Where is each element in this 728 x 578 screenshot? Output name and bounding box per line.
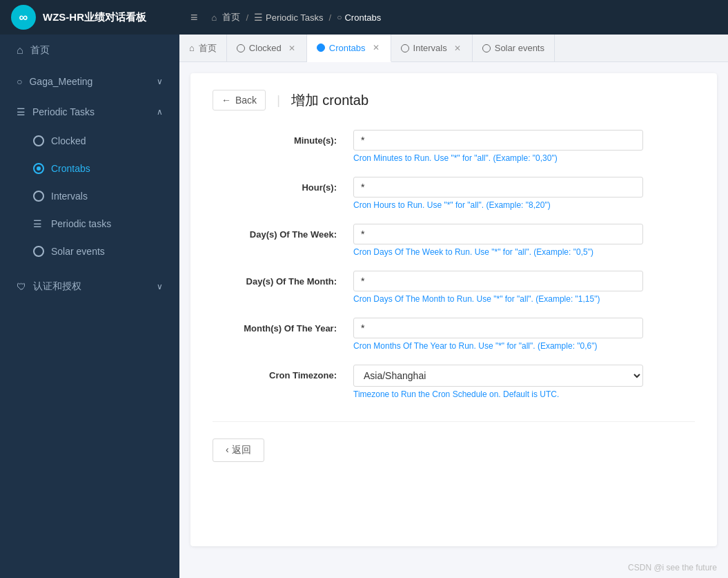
field-input-3[interactable] bbox=[353, 271, 643, 291]
crontabs-dot-icon bbox=[33, 163, 44, 174]
sidebar-item-periodic-tasks[interactable]: ☰ Periodic Tasks ∧ bbox=[0, 97, 179, 127]
breadcrumb-crontabs: Crontabs bbox=[344, 12, 381, 23]
sidebar-solar-events-label: Solar events bbox=[51, 246, 105, 257]
field-label-3: Day(s) Of The Month: bbox=[213, 271, 337, 287]
clocked-dot-icon bbox=[33, 135, 44, 146]
back-button-label: Back bbox=[235, 95, 257, 106]
field-container-2: Cron Days Of The Week to Run. Use "*" fo… bbox=[353, 224, 643, 257]
field-label-0: Minute(s): bbox=[213, 130, 337, 146]
field-container-3: Cron Days Of The Month to Run. Use "*" f… bbox=[353, 271, 643, 304]
intervals-dot-icon bbox=[33, 191, 44, 202]
tab-solar-label: Solar events bbox=[495, 43, 544, 53]
sidebar-home-label: 首页 bbox=[30, 44, 50, 57]
main-layout: ⌂ 首页 ○ Gaga_Meeting ∨ ☰ Periodic Tasks ∧… bbox=[0, 35, 728, 578]
field-input-2[interactable] bbox=[353, 224, 643, 244]
tab-home-label: 首页 bbox=[199, 42, 217, 55]
sidebar: ⌂ 首页 ○ Gaga_Meeting ∨ ☰ Periodic Tasks ∧… bbox=[0, 35, 179, 578]
sidebar-item-periodic-tasks-sub[interactable]: ☰ Periodic tasks bbox=[0, 210, 179, 238]
field-hint-0: Cron Minutes to Run. Use "*" for "all". … bbox=[353, 153, 643, 163]
tab-intervals-close[interactable]: ✕ bbox=[453, 42, 462, 55]
sidebar-intervals-label: Intervals bbox=[51, 191, 88, 202]
tab-clocked[interactable]: Clocked ✕ bbox=[227, 35, 307, 61]
form-footer: ‹ 返回 bbox=[213, 421, 695, 462]
tab-intervals[interactable]: Intervals ✕ bbox=[391, 35, 473, 61]
app-title: WZS-HR业绩对话看板 bbox=[43, 11, 146, 24]
return-button[interactable]: ‹ 返回 bbox=[213, 439, 264, 462]
tab-crontabs-label: Crontabs bbox=[329, 43, 366, 53]
sidebar-periodic-tasks-label: Periodic Tasks bbox=[32, 106, 95, 117]
form-row-4: Month(s) Of The Year:Cron Months Of The … bbox=[213, 318, 695, 351]
form-row-2: Day(s) Of The Week:Cron Days Of The Week… bbox=[213, 224, 695, 257]
content-area: ⌂ 首页 Clocked ✕ Crontabs ✕ Intervals ✕ bbox=[179, 35, 728, 578]
tab-clocked-close[interactable]: ✕ bbox=[287, 42, 297, 55]
tab-clocked-label: Clocked bbox=[249, 43, 282, 53]
form-fields: Minute(s):Cron Minutes to Run. Use "*" f… bbox=[213, 130, 695, 351]
watermark: CSDN @i see the future bbox=[179, 557, 728, 578]
field-hint-1: Cron Hours to Run. Use "*" for "all". (E… bbox=[353, 200, 643, 210]
back-bar: ← Back | 增加 crontab bbox=[213, 90, 695, 110]
tab-clocked-dot bbox=[237, 44, 245, 52]
timezone-select[interactable]: Asia/ShanghaiUTCAsia/TokyoAmerica/New_Yo… bbox=[353, 365, 643, 387]
field-input-4[interactable] bbox=[353, 318, 643, 338]
field-container-1: Cron Hours to Run. Use "*" for "all". (E… bbox=[353, 177, 643, 210]
field-label-4: Month(s) Of The Year: bbox=[213, 318, 337, 334]
breadcrumb-sep2: / bbox=[329, 12, 332, 23]
sidebar-item-intervals[interactable]: Intervals bbox=[0, 182, 179, 210]
field-container-0: Cron Minutes to Run. Use "*" for "all". … bbox=[353, 130, 643, 163]
field-hint-4: Cron Months Of The Year to Run. Use "*" … bbox=[353, 341, 643, 351]
periodic-tasks-arrow-icon: ∧ bbox=[157, 107, 163, 117]
sidebar-item-crontabs[interactable]: Crontabs bbox=[0, 155, 179, 182]
sidebar-gaga-label: Gaga_Meeting bbox=[29, 76, 92, 87]
sidebar-item-home[interactable]: ⌂ 首页 bbox=[0, 35, 179, 66]
sidebar-auth-label: 认证和授权 bbox=[33, 280, 81, 293]
menu-icon[interactable]: ≡ bbox=[190, 10, 198, 25]
sidebar-item-auth[interactable]: 🛡 认证和授权 ∨ bbox=[0, 271, 179, 302]
tab-home-icon: ⌂ bbox=[189, 43, 195, 53]
top-header: ∞ WZS-HR业绩对话看板 ≡ ⌂ 首页 / ☰ Periodic Tasks… bbox=[0, 0, 728, 35]
tab-intervals-dot bbox=[401, 44, 409, 52]
tab-crontabs[interactable]: Crontabs ✕ bbox=[307, 35, 391, 62]
field-input-0[interactable] bbox=[353, 130, 643, 151]
field-input-1[interactable] bbox=[353, 177, 643, 198]
solar-events-dot-icon bbox=[33, 246, 44, 257]
field-label-1: Hour(s): bbox=[213, 177, 337, 193]
header-home-icon: ⌂ bbox=[212, 12, 217, 23]
form-row-0: Minute(s):Cron Minutes to Run. Use "*" f… bbox=[213, 130, 695, 163]
gaga-icon: ○ bbox=[17, 76, 22, 87]
field-hint-3: Cron Days Of The Month to Run. Use "*" f… bbox=[353, 294, 643, 304]
tab-solar-dot bbox=[482, 44, 491, 52]
timezone-row: Cron Timezone: Asia/ShanghaiUTCAsia/Toky… bbox=[213, 365, 695, 399]
home-icon: ⌂ bbox=[17, 44, 23, 57]
tab-home[interactable]: ⌂ 首页 bbox=[179, 35, 227, 61]
gaga-arrow-icon: ∨ bbox=[157, 77, 163, 86]
breadcrumb-sep1: / bbox=[246, 12, 248, 23]
tab-solar[interactable]: Solar events bbox=[473, 35, 555, 61]
field-container-4: Cron Months Of The Year to Run. Use "*" … bbox=[353, 318, 643, 351]
sidebar-item-clocked[interactable]: Clocked bbox=[0, 127, 179, 155]
sidebar-crontabs-label: Crontabs bbox=[51, 163, 90, 174]
header-nav: ≡ ⌂ 首页 / ☰ Periodic Tasks / ○ Crontabs bbox=[179, 10, 392, 25]
page-content: ← Back | 增加 crontab Minute(s):Cron Minut… bbox=[190, 73, 717, 546]
page-title: 增加 crontab bbox=[291, 91, 368, 110]
tab-crontabs-dot bbox=[317, 44, 325, 52]
breadcrumb-periodic-tasks[interactable]: Periodic Tasks bbox=[266, 12, 324, 23]
back-button[interactable]: ← Back bbox=[213, 90, 266, 110]
form-row-3: Day(s) Of The Month:Cron Days Of The Mon… bbox=[213, 271, 695, 304]
sidebar-periodic-tasks-sub-label: Periodic tasks bbox=[51, 218, 111, 229]
sidebar-item-gaga[interactable]: ○ Gaga_Meeting ∨ bbox=[0, 66, 179, 97]
sidebar-clocked-label: Clocked bbox=[51, 135, 86, 146]
periodic-tasks-icon: ☰ bbox=[17, 106, 26, 117]
tab-crontabs-close[interactable]: ✕ bbox=[371, 41, 381, 54]
logo-icon: ∞ bbox=[11, 5, 36, 30]
auth-arrow-icon: ∨ bbox=[157, 282, 163, 291]
auth-icon: 🛡 bbox=[17, 281, 26, 292]
tabs-bar: ⌂ 首页 Clocked ✕ Crontabs ✕ Intervals ✕ bbox=[179, 35, 728, 62]
return-button-label: ‹ 返回 bbox=[226, 444, 251, 456]
sidebar-item-solar-events[interactable]: Solar events bbox=[0, 238, 179, 265]
form-row-1: Hour(s):Cron Hours to Run. Use "*" for "… bbox=[213, 177, 695, 210]
timezone-label: Cron Timezone: bbox=[213, 365, 337, 380]
field-hint-2: Cron Days Of The Week to Run. Use "*" fo… bbox=[353, 247, 643, 257]
header-home-label[interactable]: 首页 bbox=[222, 11, 240, 23]
logo-area: ∞ WZS-HR业绩对话看板 bbox=[0, 5, 179, 30]
field-label-2: Day(s) Of The Week: bbox=[213, 224, 337, 240]
